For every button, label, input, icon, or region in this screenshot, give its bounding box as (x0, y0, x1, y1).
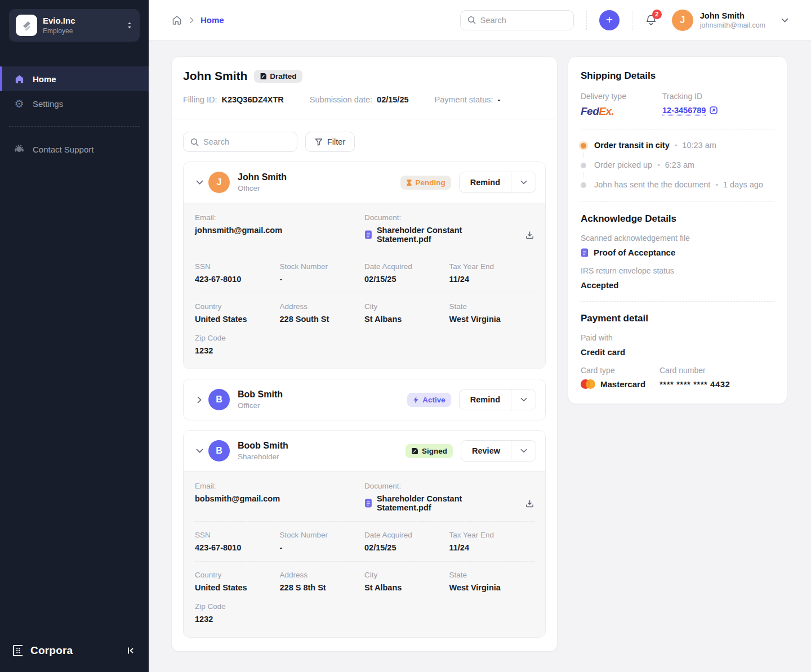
person-row[interactable]: B Boob Smith Shareholder Signed (184, 431, 545, 471)
remind-menu-chevron-icon[interactable] (511, 389, 536, 410)
field-label: City (364, 302, 449, 311)
external-link-icon[interactable] (710, 106, 718, 114)
field-label: Zip Code (195, 334, 534, 342)
field-label: Document: (364, 482, 534, 490)
sidebar-item-label: Settings (33, 99, 63, 109)
signed-doc-icon (411, 447, 418, 455)
card-number-label: Card number (660, 366, 774, 375)
person-card: B Bob Smith Officer Active (183, 379, 546, 420)
timeline-dot (581, 163, 586, 168)
chevron-right-icon[interactable] (190, 396, 208, 404)
person-card: B Boob Smith Shareholder Signed (183, 430, 546, 638)
sidebar-item-settings[interactable]: ⚙ Settings (0, 91, 149, 116)
field-value: 1232 (195, 615, 534, 624)
chevron-down-icon[interactable] (190, 449, 208, 453)
field-label: State (449, 571, 534, 579)
field-label: Country (195, 302, 280, 311)
card-number-value: **** **** **** 4432 (660, 379, 774, 389)
field-label: Stock Number (280, 531, 365, 539)
collapse-sidebar-icon[interactable] (126, 646, 135, 655)
remind-menu-chevron-icon[interactable] (511, 172, 536, 192)
sidebar: Evio.Inc Employee Home ⚙ Settings (0, 0, 149, 672)
company-role: Employee (43, 27, 121, 35)
field-label: Email: (195, 213, 364, 222)
irs-status-label: IRS return envelope status (581, 266, 774, 275)
bolt-icon (413, 396, 419, 404)
document-icon (364, 230, 372, 239)
global-search-input[interactable] (480, 16, 567, 25)
acknowledgement-file-name[interactable]: Proof of Acceptance (594, 248, 675, 257)
add-button[interactable]: + (599, 10, 620, 30)
remind-split-button: Remind (459, 172, 536, 193)
field-value: West Virginia (449, 583, 534, 592)
user-menu[interactable]: J John Smith johnsmith@mail.com (672, 10, 788, 31)
field-label: City (364, 571, 449, 579)
page-title: John Smith (183, 69, 247, 83)
meta-label: Filling ID: (183, 95, 217, 104)
email-value: johnsmith@gmail.com (195, 226, 364, 235)
avatar: B (208, 389, 230, 410)
field-value: United States (195, 583, 280, 592)
remind-button[interactable]: Remind (460, 172, 511, 192)
brand-name: Corpora (30, 644, 73, 657)
company-switcher[interactable]: Evio.Inc Employee (9, 9, 140, 42)
breadcrumb-current[interactable]: Home (200, 15, 224, 25)
avatar: J (208, 172, 230, 193)
list-search[interactable] (183, 132, 297, 152)
divider (195, 293, 534, 293)
tracking-id-label: Tracking ID (662, 92, 774, 101)
divider (581, 129, 774, 129)
chevron-down-icon[interactable] (190, 180, 208, 185)
download-icon[interactable] (525, 231, 534, 239)
tracking-id-link[interactable]: 12-3456789 (662, 106, 706, 115)
sort-toggle-icon[interactable] (126, 21, 133, 29)
meta-label: Submission date: (310, 95, 372, 104)
irs-status-value: Accepted (581, 280, 774, 290)
person-name: Bob Smith (238, 389, 283, 400)
field-label: State (449, 302, 534, 311)
sidebar-item-contact-support[interactable]: Contact Support (0, 137, 149, 162)
fedex-logo: FedEx. (581, 105, 662, 118)
submission-date-value: 02/15/25 (377, 95, 408, 104)
divider (195, 521, 534, 522)
person-details: Email: bobsmith@gmail.com Document: Shar… (184, 471, 545, 637)
field-label: Date Acquired (364, 531, 449, 539)
timeline-dot (581, 143, 586, 149)
field-label: Address (280, 571, 365, 579)
remind-button[interactable]: Remind (460, 389, 511, 410)
payment-title: Payment detail (581, 313, 774, 324)
sidebar-item-home[interactable]: Home (0, 66, 149, 91)
document-name[interactable]: Shareholder Constant Statement.pdf (377, 494, 518, 512)
field-value: 228 S 8th St (280, 583, 365, 592)
person-row[interactable]: B Bob Smith Officer Active (184, 379, 545, 420)
contact-support-label: Contact Support (33, 145, 93, 154)
divider (581, 201, 774, 202)
headset-icon (14, 144, 25, 155)
status-badge-pending: Pending (400, 176, 451, 190)
divider (195, 253, 534, 253)
field-label: Zip Code (195, 602, 534, 611)
content-area: John Smith Drafted Filling ID:K23Q36DZ4X… (149, 41, 811, 672)
review-split-button: Review (461, 440, 536, 462)
field-value: 228 South St (280, 315, 365, 324)
field-label: Stock Number (280, 262, 365, 271)
field-value: - (280, 543, 365, 552)
chevron-down-icon[interactable] (781, 18, 788, 23)
company-logo-icon (16, 15, 37, 36)
shipping-title: Shipping Details (581, 70, 774, 82)
list-search-input[interactable] (203, 137, 290, 146)
review-menu-chevron-icon[interactable] (511, 441, 536, 461)
topbar-divider (632, 11, 632, 30)
status-badge-drafted: Drafted (254, 70, 302, 83)
filter-button[interactable]: Filter (305, 132, 355, 152)
company-name: Evio.Inc (43, 16, 75, 25)
review-button[interactable]: Review (461, 441, 511, 461)
filing-id-value: K23Q36DZ4XTR (221, 95, 283, 104)
notifications-bell[interactable]: 2 (645, 14, 657, 27)
global-search[interactable] (460, 10, 574, 30)
breadcrumb-home-icon[interactable] (171, 15, 182, 26)
download-icon[interactable] (525, 499, 534, 508)
document-name[interactable]: Shareholder Constant Statement.pdf (377, 226, 518, 244)
person-row[interactable]: J John Smith Officer Pending (184, 162, 545, 203)
topbar: Home + 2 J John Smith johnsmith@mail.com (149, 0, 811, 41)
